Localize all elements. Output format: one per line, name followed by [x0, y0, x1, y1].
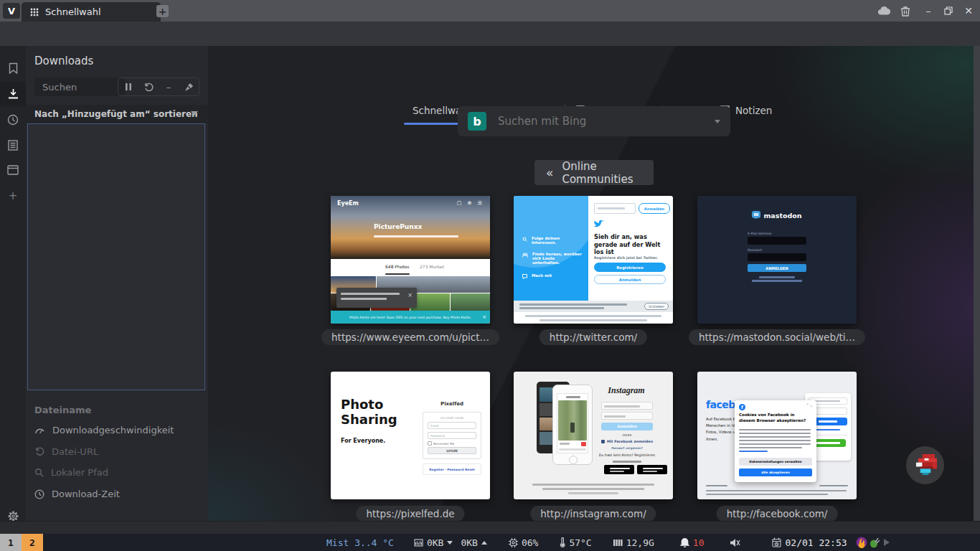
- eyeem-tab-market[interactable]: 273 Market: [420, 264, 444, 269]
- history-panel-icon[interactable]: [0, 108, 26, 132]
- remove-download-icon[interactable]: –: [159, 78, 179, 95]
- clock-widget[interactable]: 02/01 22:53: [772, 537, 847, 548]
- mastodon-password-input: [748, 253, 806, 261]
- startpage-search-input[interactable]: [496, 114, 705, 128]
- mastodon-password-label: Passwort: [748, 248, 762, 252]
- downloads-panel: Downloads – Nach „Hinzugefügt am“ sortie…: [26, 46, 208, 521]
- volume-muted[interactable]: [730, 538, 740, 547]
- panel-strip: +: [0, 46, 26, 521]
- sort-chevron-icon: [191, 111, 198, 116]
- instagram-phone-white: [552, 385, 593, 465]
- window-panel-icon[interactable]: [0, 158, 26, 182]
- weather-status[interactable]: Mist 3..4 °C: [326, 537, 394, 548]
- facebook-cookie-manage-button: Dateneinstellungen verwalten: [739, 458, 812, 466]
- memory-status[interactable]: 12,9G: [613, 537, 654, 548]
- down-arrow-icon: [447, 541, 453, 545]
- pixelfed-login-card: ACCOUNT LOGIN Email Password Remember Me…: [423, 412, 481, 459]
- undo-icon: [34, 447, 44, 456]
- tab-title: Schnellwahl: [45, 6, 101, 17]
- instagram-password-input: [601, 412, 653, 420]
- mastodon-email-label: E-Mail-Adresse: [748, 232, 772, 235]
- speeddial-caption: http://instagram.com/: [530, 506, 656, 521]
- download-field-url: Datei-URL: [34, 446, 98, 457]
- workspace-1[interactable]: 1: [0, 534, 22, 551]
- speeddial-instagram[interactable]: Instagram Anmelden ODER Mit Facebook anm…: [514, 372, 673, 499]
- knuckles-sprite-icon: [912, 454, 939, 477]
- search-engine-chevron-icon: [715, 120, 720, 123]
- downloads-sort-bar[interactable]: Nach „Hinzugefügt am“ sortieren: [26, 105, 208, 123]
- trash-icon[interactable]: [898, 4, 913, 18]
- speeddial-folder-back-button[interactable]: « Online Communities: [534, 160, 654, 185]
- eyeem-profile-name: PicturePunxx: [374, 223, 422, 230]
- close-button[interactable]: ✕: [960, 3, 977, 19]
- notification-status[interactable]: 10: [680, 537, 705, 548]
- downloads-search[interactable]: [34, 77, 125, 96]
- twitter-hint: Registriere dich jetzt bei Twitter.: [594, 256, 658, 260]
- ram-icon: [613, 539, 623, 547]
- downloads-panel-icon[interactable]: [0, 82, 26, 106]
- eyeem-promo-banner: Photo Packs are here! Save 20% on your n…: [331, 311, 490, 324]
- downloads-search-input[interactable]: [41, 81, 118, 93]
- twitter-username-field: [594, 203, 636, 214]
- eyeem-tab-photos[interactable]: 648 Photos: [385, 264, 410, 269]
- download-field-filename: Dateiname: [34, 405, 91, 415]
- twitter-heading: Sieh dir an, was gerade auf der Welt los…: [594, 233, 667, 256]
- temperature-status[interactable]: 57°C: [560, 537, 591, 548]
- scrollbar[interactable]: [974, 46, 980, 521]
- browser-status-bar: <> Zurücksetzen 100 % 22:53: [0, 521, 980, 534]
- notes-panel-icon[interactable]: [0, 133, 26, 157]
- instagram-signup-row: Du hast kein Konto? Registrieren: [598, 451, 656, 458]
- pause-downloads-icon[interactable]: [118, 78, 138, 95]
- speeddial-twitter[interactable]: Folge deinen Interessen. Finde heraus, w…: [514, 196, 673, 324]
- vivaldi-menu-button[interactable]: V: [3, 3, 20, 19]
- sync-cloud-icon[interactable]: [877, 4, 891, 17]
- speeddial-facebook[interactable]: facebook Auf Facebook bleibst Menschen i…: [697, 372, 857, 499]
- close-icon[interactable]: ×: [482, 314, 486, 320]
- clock-icon: [34, 489, 44, 499]
- pixelfed-login-button: LOGIN: [428, 447, 476, 454]
- bookmarks-panel-icon[interactable]: [0, 56, 26, 80]
- pixelfed-password-input: Password: [428, 432, 476, 439]
- speeddial-caption: https://mastodon.social/web/ti…: [689, 329, 865, 345]
- eyeem-cookie-notice: ×: [336, 288, 417, 308]
- speeddial-mastodon[interactable]: mastodon E-Mail-Adresse Passwort ANMELDE…: [697, 196, 857, 324]
- speeddial-eyeem[interactable]: EyeEm ▢ ⊕ ☰ PicturePunxx 648 Photos 273 …: [331, 196, 490, 324]
- mastodon-login-button: ANMELDEN: [748, 264, 806, 272]
- double-chevron-left-icon: «: [546, 166, 552, 180]
- minimize-button[interactable]: –: [920, 3, 937, 19]
- eyeem-header-icons: ▢ ⊕ ☰: [457, 200, 484, 206]
- pixel-sprite-badge[interactable]: [906, 446, 944, 484]
- speeddial-caption: http://twitter.com/: [540, 329, 647, 345]
- maximize-button[interactable]: [940, 3, 957, 19]
- pixelfed-brand: Pixelfed: [423, 400, 481, 408]
- instagram-username-input: [601, 402, 653, 410]
- system-taskbar: 1 2 Mist 3..4 °C 0KB 0KB 06% 57°C 12,9G …: [0, 534, 980, 551]
- workspace-2[interactable]: 2: [22, 534, 43, 551]
- network-speed[interactable]: 0KB 0KB: [414, 537, 487, 548]
- close-icon[interactable]: ×: [407, 292, 413, 298]
- speeddial-caption: https://www.eyeem.com/u/pict…: [321, 329, 499, 345]
- cpu-status[interactable]: 06%: [509, 537, 538, 548]
- startpage-search-box[interactable]: b: [458, 106, 730, 136]
- downloads-list-empty[interactable]: [27, 123, 205, 390]
- instagram-login-button: Anmelden: [601, 423, 653, 430]
- browser-tab[interactable]: Schnellwahl: [22, 2, 161, 22]
- cpu-icon: [509, 538, 518, 547]
- firewall-flame-icon: [856, 537, 867, 548]
- gauge-icon: [34, 426, 45, 435]
- tray-arrow-icon: [882, 537, 891, 547]
- instagram-brand: Instagram: [598, 385, 654, 396]
- resume-downloads-icon[interactable]: [138, 78, 159, 95]
- pixelfed-links: Register · Password Reset: [423, 463, 481, 475]
- eyeem-tab-bar: 648 Photos 273 Market: [331, 259, 490, 276]
- tray-icons[interactable]: [856, 537, 891, 548]
- clean-downloads-icon[interactable]: [179, 78, 199, 95]
- download-field-time: Download-Zeit: [34, 489, 120, 499]
- eyeem-header-photo: EyeEm ▢ ⊕ ☰ PicturePunxx: [331, 196, 490, 259]
- add-panel-icon[interactable]: +: [0, 184, 26, 208]
- new-tab-button[interactable]: +: [156, 5, 169, 17]
- svg-text:f: f: [741, 405, 743, 410]
- pixelfed-subheading: For Everyone.: [341, 438, 385, 444]
- facebook-cookie-dialog: f ⌃⌄ Cookies von Facebook in diesem Brow…: [735, 400, 816, 482]
- speeddial-pixelfed[interactable]: Photo Sharing For Everyone. Pixelfed ACC…: [331, 372, 490, 499]
